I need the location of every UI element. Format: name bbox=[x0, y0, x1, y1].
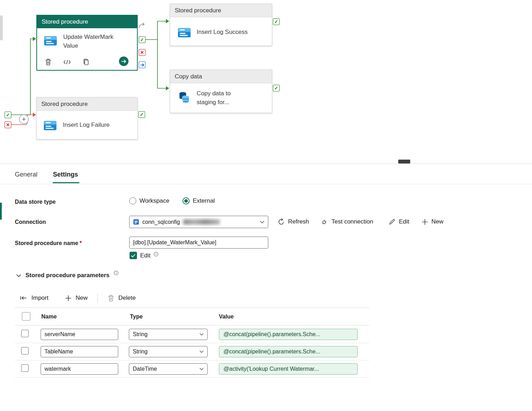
table-top-border bbox=[15, 308, 369, 308]
copy-data-icon bbox=[177, 90, 192, 105]
param-value-expression[interactable]: @activity('Lookup Current Watermar... bbox=[219, 363, 358, 375]
param-name-input[interactable] bbox=[41, 363, 118, 375]
on-fail-port[interactable]: ✕ bbox=[5, 121, 11, 128]
on-success-port[interactable]: ✓ bbox=[5, 112, 11, 118]
chevron-down-icon bbox=[199, 333, 204, 336]
pipeline-canvas[interactable]: ✓ ✕ + .plus-port{left:54px;top:324px;} S… bbox=[0, 0, 532, 164]
refresh-button[interactable]: Refresh bbox=[277, 217, 309, 226]
plus-icon bbox=[65, 295, 72, 302]
header-bottom-border bbox=[15, 325, 369, 326]
code-icon[interactable] bbox=[63, 59, 71, 65]
node-success-port[interactable]: ✓ bbox=[139, 36, 145, 43]
activity-copy-data[interactable]: Copy data Copy data to staging for... bbox=[170, 70, 272, 113]
refresh-icon bbox=[277, 218, 285, 226]
info-icon bbox=[114, 270, 119, 275]
stored-procedure-parameters-section[interactable]: Stored procedure parameters bbox=[16, 272, 119, 279]
tabs-bottom-border bbox=[0, 184, 532, 184]
tab-general[interactable]: General bbox=[15, 171, 37, 178]
column-header-type: Type bbox=[130, 314, 143, 320]
node-completion-port[interactable] bbox=[139, 61, 145, 68]
copy-activity-icon[interactable] bbox=[83, 58, 89, 66]
sql-connection-icon bbox=[133, 219, 139, 225]
open-activity-button[interactable] bbox=[119, 56, 128, 66]
stored-procedure-icon bbox=[177, 25, 192, 40]
test-connection-button[interactable]: Test connection bbox=[321, 217, 373, 226]
activity-insert-log-success[interactable]: Stored procedure Insert Log Success bbox=[170, 4, 272, 46]
new-connection-button[interactable]: New bbox=[422, 217, 443, 226]
plug-icon bbox=[321, 218, 328, 226]
stored-procedure-icon bbox=[43, 118, 58, 133]
connection-label: Connection bbox=[15, 219, 46, 225]
row-border bbox=[15, 360, 369, 361]
param-name-input[interactable] bbox=[41, 329, 118, 340]
chevron-down-icon bbox=[199, 350, 204, 353]
edit-checkbox-label: Edit bbox=[140, 252, 150, 259]
param-name-input[interactable] bbox=[41, 346, 118, 357]
chevron-down-icon bbox=[260, 221, 264, 224]
delete-activity-icon[interactable] bbox=[45, 58, 52, 66]
radio-workspace[interactable]: Workspace bbox=[129, 197, 169, 204]
chevron-down-icon[interactable] bbox=[16, 274, 21, 277]
connection-value: conn_sqlconfig bbox=[142, 219, 180, 225]
activity-status-success: ✓ bbox=[138, 111, 145, 118]
on-skip-port[interactable] bbox=[138, 23, 146, 29]
activity-type-label: Stored procedure bbox=[170, 4, 272, 17]
param-type-select[interactable]: DateTime bbox=[129, 363, 208, 375]
chevron-down-icon bbox=[199, 368, 204, 370]
connection-dropdown[interactable]: conn_sqlconfig bbox=[129, 216, 268, 228]
parameters-toolbar: Import New Delete bbox=[20, 293, 136, 303]
pencil-icon bbox=[389, 218, 396, 225]
param-value-expression[interactable]: @concat(pipeline().parameters.Sche... bbox=[219, 346, 358, 357]
activity-update-watermark[interactable]: Stored procedure Update WaterMark Value bbox=[36, 15, 138, 71]
import-button[interactable]: Import bbox=[20, 294, 48, 302]
stored-procedure-icon bbox=[43, 33, 58, 48]
activity-type-label: Stored procedure bbox=[37, 97, 137, 111]
activity-settings-panel: General Settings Data store type Workspa… bbox=[0, 164, 532, 411]
new-parameter-button[interactable]: New bbox=[65, 294, 88, 302]
radio-workspace-circle[interactable] bbox=[129, 197, 136, 204]
data-store-type-label: Data store type bbox=[15, 199, 56, 205]
toolbar-divider bbox=[97, 293, 98, 303]
info-icon bbox=[154, 252, 159, 257]
activity-status-success: ✓ bbox=[273, 18, 280, 25]
node-fail-port[interactable]: ✕ bbox=[139, 49, 145, 56]
required-asterisk: * bbox=[80, 240, 82, 246]
activity-name: Copy data to staging for... bbox=[197, 89, 250, 107]
activity-name: Update WaterMark Value bbox=[63, 33, 127, 50]
activity-status-success: ✓ bbox=[273, 85, 280, 91]
row-checkbox[interactable] bbox=[21, 364, 29, 372]
activity-type-label: Copy data bbox=[170, 70, 272, 83]
column-header-name: Name bbox=[41, 314, 57, 320]
panel-scroll-indicator bbox=[0, 203, 2, 220]
active-tab-underline bbox=[53, 182, 79, 183]
activity-name: Insert Log Failure bbox=[63, 121, 133, 130]
add-activity-button[interactable]: + bbox=[19, 114, 29, 124]
param-type-select[interactable]: String bbox=[129, 329, 208, 340]
edit-checkbox-row: Edit bbox=[130, 252, 159, 259]
select-all-checkbox[interactable] bbox=[22, 312, 30, 321]
param-type-select[interactable]: String bbox=[129, 346, 208, 357]
tab-settings[interactable]: Settings bbox=[53, 171, 78, 178]
connection-redacted-text bbox=[183, 219, 220, 225]
horizontal-scrollbar-thumb[interactable] bbox=[398, 160, 410, 163]
activity-insert-log-failure[interactable]: Stored procedure Insert Log Failure bbox=[36, 97, 138, 139]
radio-external-circle[interactable] bbox=[183, 197, 190, 204]
import-icon bbox=[20, 294, 28, 302]
plus-icon bbox=[422, 219, 428, 225]
stored-procedure-name-input[interactable] bbox=[129, 237, 268, 249]
edit-checkbox[interactable] bbox=[130, 252, 137, 259]
delete-parameter-button[interactable]: Delete bbox=[108, 294, 136, 302]
trash-icon bbox=[108, 294, 114, 302]
row-border bbox=[15, 377, 369, 378]
row-checkbox[interactable] bbox=[21, 330, 29, 337]
activity-name: Insert Log Success bbox=[197, 28, 267, 37]
column-header-value: Value bbox=[219, 314, 234, 320]
activity-type-label: Stored procedure bbox=[37, 16, 137, 28]
param-value-expression[interactable]: @concat(pipeline().parameters.Sche... bbox=[219, 329, 358, 340]
row-checkbox[interactable] bbox=[21, 347, 29, 355]
row-border bbox=[15, 343, 369, 343]
stored-procedure-name-label: Stored procedure name* bbox=[15, 240, 82, 246]
edit-connection-button[interactable]: Edit bbox=[389, 217, 409, 226]
radio-external[interactable]: External bbox=[183, 197, 215, 204]
